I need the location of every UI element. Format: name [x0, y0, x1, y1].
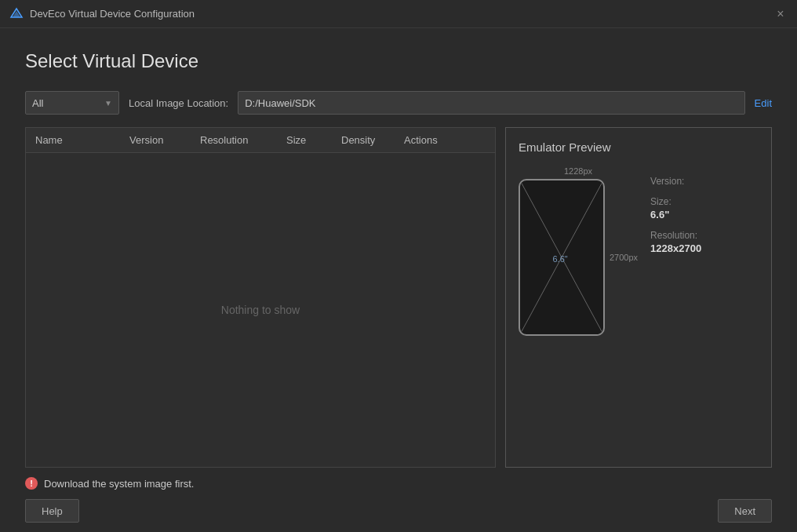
- emulator-preview-panel: Emulator Preview 1228px 6.6": [505, 127, 772, 468]
- category-dropdown[interactable]: All ▼: [25, 91, 119, 115]
- chevron-down-icon: ▼: [104, 99, 112, 107]
- col-actions: Actions: [395, 128, 495, 152]
- width-label: 1228px: [564, 166, 592, 176]
- col-name: Name: [26, 128, 120, 152]
- close-button[interactable]: ×: [773, 7, 788, 21]
- warning-text: Download the system image first.: [44, 478, 194, 490]
- help-button[interactable]: Help: [25, 499, 79, 523]
- resolution-label: Resolution:: [650, 230, 759, 241]
- phone-wrapper: 6.6" 2700px: [519, 179, 638, 336]
- version-label: Version:: [650, 176, 759, 187]
- phone-frame: 6.6": [519, 179, 605, 336]
- warning-icon: !: [25, 477, 38, 490]
- col-density: Density: [332, 128, 395, 152]
- buttons-row: Help Next: [25, 499, 772, 523]
- diagonal-label: 6.6": [552, 254, 567, 264]
- height-label: 2700px: [610, 253, 638, 262]
- preview-body: 1228px 6.6" 2700px: [519, 166, 759, 336]
- bottom-area: ! Download the system image first. Help …: [25, 468, 772, 532]
- warning-row: ! Download the system image first.: [25, 477, 772, 490]
- device-table: Name Version Resolution Size Density Act…: [25, 127, 496, 468]
- empty-message: Nothing to show: [221, 304, 300, 316]
- size-value: 6.6": [650, 209, 759, 220]
- location-input[interactable]: [238, 91, 744, 115]
- dropdown-value: All: [32, 97, 43, 109]
- edit-link[interactable]: Edit: [755, 97, 772, 109]
- deveco-icon: [9, 7, 24, 21]
- phone-diagram: 1228px 6.6" 2700px: [519, 166, 638, 336]
- main-content: Select Virtual Device All ▼ Local Image …: [0, 28, 797, 532]
- table-body: Nothing to show: [26, 153, 495, 467]
- col-version: Version: [120, 128, 191, 152]
- resolution-value: 1228x2700: [650, 242, 759, 254]
- location-label: Local Image Location:: [129, 97, 228, 109]
- size-label: Size:: [650, 196, 759, 207]
- next-button[interactable]: Next: [718, 499, 772, 523]
- page-title: Select Virtual Device: [25, 50, 772, 72]
- title-bar: DevEco Virtual Device Configuration ×: [0, 0, 797, 28]
- col-resolution: Resolution: [191, 128, 277, 152]
- preview-info: Version: Size: 6.6" Resolution: 1228x270…: [650, 166, 759, 254]
- table-header: Name Version Resolution Size Density Act…: [26, 128, 495, 153]
- col-size: Size: [277, 128, 332, 152]
- content-area: Name Version Resolution Size Density Act…: [25, 127, 772, 468]
- preview-title: Emulator Preview: [519, 140, 611, 154]
- title-bar-text: DevEco Virtual Device Configuration: [30, 8, 773, 20]
- filter-row: All ▼ Local Image Location: Edit: [25, 91, 772, 115]
